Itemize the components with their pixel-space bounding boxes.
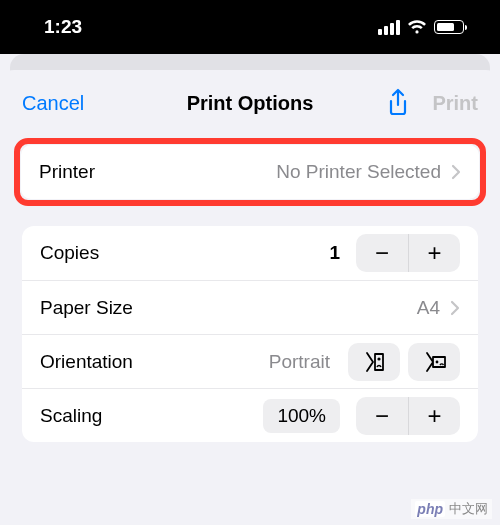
highlight-annotation: Printer No Printer Selected xyxy=(14,138,486,206)
scaling-label: Scaling xyxy=(40,405,102,427)
copies-plus-button[interactable]: + xyxy=(408,234,460,272)
chevron-right-icon xyxy=(450,300,460,316)
printer-label: Printer xyxy=(39,161,95,183)
svg-point-1 xyxy=(436,360,439,363)
scaling-row: Scaling 100% − + xyxy=(22,388,478,442)
print-button[interactable]: Print xyxy=(432,92,478,115)
printer-row[interactable]: Printer No Printer Selected xyxy=(21,145,479,199)
orientation-landscape-button[interactable] xyxy=(408,343,460,381)
nav-bar: Cancel Print Options Print xyxy=(0,74,500,132)
chevron-right-icon xyxy=(451,164,461,180)
orientation-value: Portrait xyxy=(269,351,330,373)
orientation-row: Orientation Portrait xyxy=(22,334,478,388)
watermark-logo: php xyxy=(415,501,445,517)
cancel-button[interactable]: Cancel xyxy=(22,92,84,115)
paper-size-label: Paper Size xyxy=(40,297,133,319)
copies-minus-button[interactable]: − xyxy=(356,234,408,272)
watermark-text: 中文网 xyxy=(449,500,488,518)
svg-point-0 xyxy=(377,357,380,360)
copies-stepper: − + xyxy=(356,234,460,272)
options-group: Copies 1 − + Paper Size A4 Orientation P… xyxy=(22,226,478,442)
status-time: 1:23 xyxy=(44,16,82,38)
orientation-label: Orientation xyxy=(40,351,133,373)
printer-value: No Printer Selected xyxy=(276,161,441,183)
paper-size-row[interactable]: Paper Size A4 xyxy=(22,280,478,334)
paper-size-value: A4 xyxy=(417,297,440,319)
copies-row: Copies 1 − + xyxy=(22,226,478,280)
watermark: php 中文网 xyxy=(411,499,492,519)
wifi-icon xyxy=(407,20,427,35)
copies-value: 1 xyxy=(312,242,340,264)
scaling-plus-button[interactable]: + xyxy=(408,397,460,435)
status-bar: 1:23 xyxy=(0,0,500,54)
orientation-portrait-button[interactable] xyxy=(348,343,400,381)
print-options-sheet: Cancel Print Options Print Printer No Pr… xyxy=(0,70,500,525)
scaling-value[interactable]: 100% xyxy=(263,399,340,433)
page-title: Print Options xyxy=(187,92,314,115)
scaling-stepper: − + xyxy=(356,397,460,435)
battery-icon xyxy=(434,20,464,34)
cellular-signal-icon xyxy=(378,20,400,35)
share-icon[interactable] xyxy=(386,88,410,118)
scaling-minus-button[interactable]: − xyxy=(356,397,408,435)
status-icons xyxy=(378,20,464,35)
copies-label: Copies xyxy=(40,242,99,264)
